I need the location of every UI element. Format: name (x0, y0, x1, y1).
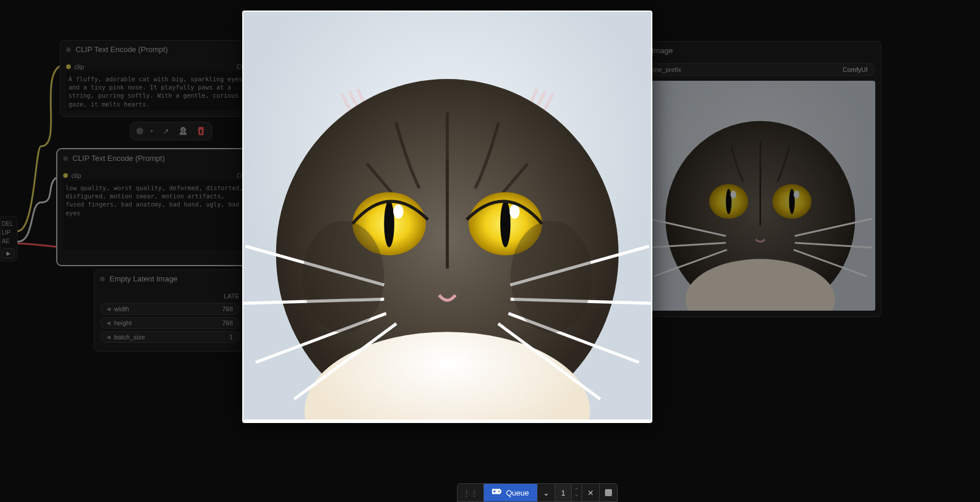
filename-prefix-field[interactable]: me_prefix ComfyUI (645, 63, 875, 76)
node-title: Empty Latent Image (109, 274, 177, 283)
filename-prefix-value: ComfyUI (843, 66, 868, 73)
node-empty-latent[interactable]: Empty Latent Image LATE ◀width 768 ◀heig… (94, 269, 246, 352)
param-value: 768 (222, 319, 233, 326)
filename-prefix-label: me_prefix (653, 66, 681, 73)
input-port-clip[interactable] (63, 173, 68, 178)
input-port-clip[interactable] (66, 64, 71, 69)
grip-handle-icon[interactable]: ⋮⋮ (458, 484, 484, 501)
chevron-left-icon[interactable]: ◀ (106, 334, 111, 340)
queue-button[interactable]: Queue (484, 484, 538, 501)
param-batch-size[interactable]: ◀batch_size 1 (100, 331, 239, 343)
bypass-icon[interactable]: ↗ (160, 126, 171, 136)
chevron-down-icon[interactable]: ⌄ (575, 493, 579, 497)
dock-output-model-label: DEL (2, 221, 13, 227)
output-image-preview[interactable] (645, 81, 875, 311)
node-header[interactable]: CLIP Text Encode (Prompt) (60, 40, 252, 59)
param-label: width (114, 305, 129, 312)
param-label: batch_size (114, 333, 145, 341)
chevron-down-icon: ⌄ (543, 489, 549, 497)
dock-output-vae-label: AE (2, 238, 9, 245)
input-port-label: clip (74, 63, 84, 70)
queue-count[interactable]: 1 (555, 484, 572, 501)
color-swatch-icon[interactable] (136, 128, 143, 135)
output-port-label: LATE (223, 293, 239, 300)
node-status-indicator (63, 156, 68, 161)
image-lightbox[interactable] (242, 11, 652, 423)
svg-point-7 (730, 191, 736, 199)
svg-point-14 (384, 200, 394, 247)
stop-button[interactable] (600, 484, 617, 501)
cancel-button[interactable]: ✕ (582, 484, 600, 501)
node-title: CLIP Text Encode (Prompt) (75, 45, 168, 54)
queue-options-dropdown[interactable]: ⌄ (538, 484, 555, 501)
svg-point-6 (789, 189, 795, 214)
param-width[interactable]: ◀width 768 (100, 303, 239, 315)
svg-point-18 (302, 221, 384, 333)
param-label: height (114, 319, 132, 326)
chevron-left-icon[interactable]: ◀ (106, 320, 111, 326)
svg-point-17 (510, 204, 520, 218)
dock-output-clip-label: LIP (2, 229, 11, 236)
prompt-textarea[interactable]: A fluffy, adorable cat with big, sparkli… (66, 71, 246, 111)
node-clip-negative[interactable]: CLIP Text Encode (Prompt) clip CO low qu… (57, 149, 253, 266)
queue-button-label: Queue (506, 489, 529, 497)
chevron-down-icon[interactable]: ▾ (150, 128, 153, 134)
dock-output-clip: LIP (2, 228, 16, 237)
param-value: 768 (222, 305, 233, 312)
stop-icon (605, 489, 612, 496)
svg-point-15 (500, 200, 510, 247)
cat-image-icon (243, 12, 651, 420)
pin-icon[interactable] (178, 126, 188, 136)
prompt-textarea[interactable]: low quality, worst quality, deformed, di… (63, 180, 246, 250)
node-header[interactable]: Empty Latent Image (94, 270, 245, 288)
workflow-run-icon (492, 488, 501, 498)
svg-point-8 (793, 191, 799, 199)
dock-output-model: DEL (2, 219, 16, 228)
minimized-node-dock[interactable]: DEL LIP AE ▶ (0, 216, 18, 262)
chevron-left-icon[interactable]: ◀ (106, 306, 111, 312)
input-port-label: clip (71, 172, 81, 179)
node-header[interactable]: e Image (639, 42, 881, 60)
cat-image-icon (645, 81, 875, 311)
queue-bar[interactable]: ⋮⋮ Queue ⌄ 1 ⌃ ⌄ ✕ (457, 483, 618, 502)
dock-output-vae: AE (2, 237, 16, 246)
param-height[interactable]: ◀height 768 (100, 317, 239, 329)
close-icon: ✕ (587, 489, 594, 497)
node-title: CLIP Text Encode (Prompt) (73, 154, 165, 163)
node-header[interactable]: CLIP Text Encode (Prompt) (57, 149, 252, 167)
node-save-image[interactable]: e Image me_prefix ComfyUI (639, 41, 882, 317)
queue-count-stepper[interactable]: ⌃ ⌄ (572, 484, 582, 501)
node-clip-positive[interactable]: CLIP Text Encode (Prompt) clip CO A fluf… (60, 40, 253, 117)
svg-point-19 (511, 221, 592, 333)
node-toolbar[interactable]: ▾ ↗ (130, 122, 212, 140)
node-status-indicator (100, 277, 105, 281)
trash-icon[interactable] (195, 126, 206, 136)
svg-point-5 (726, 189, 732, 214)
svg-point-16 (393, 204, 403, 218)
param-value: 1 (229, 333, 233, 341)
node-status-indicator (66, 47, 71, 52)
play-icon[interactable]: ▶ (2, 248, 15, 259)
